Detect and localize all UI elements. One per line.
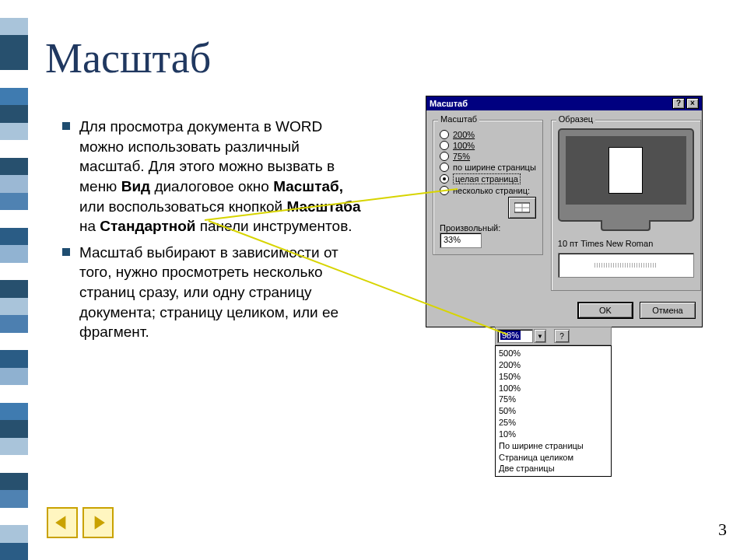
dropdown-option[interactable]: 50% — [499, 405, 608, 417]
help-icon[interactable]: ? — [554, 329, 570, 343]
dialog-title: Масштаб — [430, 99, 468, 108]
zoom-dropdown-list[interactable]: 500%200%150%100%75%50%25%10%По ширине ст… — [495, 345, 612, 477]
radio-100[interactable]: 100% — [440, 141, 536, 150]
dropdown-option[interactable]: 10% — [499, 429, 608, 440]
zoom-toolbar-dropdown: 98% ▼ ? 500%200%150%100%75%50%25%10%По ш… — [495, 327, 612, 477]
ok-button[interactable]: OK — [577, 302, 633, 319]
zoom-dialog: Масштаб ? × Масштаб 200% 100% 75% по шир… — [426, 96, 703, 327]
dropdown-option[interactable]: 100% — [499, 383, 608, 394]
radio-75[interactable]: 75% — [440, 152, 536, 161]
dropdown-option[interactable]: 25% — [499, 417, 608, 429]
dropdown-option[interactable]: 200% — [499, 359, 608, 371]
bullet-list: Для просмотра документа в WORD можно исп… — [62, 117, 366, 348]
bullet-item: Масштаб выбирают в зависимости от того, … — [62, 243, 366, 342]
dropdown-option[interactable]: 500% — [499, 348, 608, 359]
monitor-icon — [558, 128, 694, 222]
zoom-groupbox: Масштаб 200% 100% 75% по ширине страницы… — [433, 120, 543, 255]
left-decorative-stripe — [0, 0, 28, 560]
groupbox-legend: Масштаб — [438, 114, 479, 124]
dropdown-option[interactable]: Две страницы — [499, 463, 608, 474]
preview-groupbox: Образец 10 пт Times New Roman — [551, 120, 701, 291]
dialog-titlebar[interactable]: Масштаб ? × — [426, 96, 702, 110]
zoom-input[interactable]: 98% — [497, 329, 533, 343]
next-slide-button[interactable] — [82, 507, 114, 538]
svg-marker-5 — [55, 516, 65, 530]
preview-font-label: 10 пт Times New Roman — [558, 239, 694, 248]
dropdown-option[interactable]: По ширине страницы — [499, 440, 608, 452]
dropdown-option[interactable]: Страница целиком — [499, 452, 608, 464]
close-icon[interactable]: × — [686, 98, 699, 109]
svg-marker-6 — [95, 516, 105, 530]
slide-title: Масштаб — [45, 34, 211, 82]
bullet-item: Для просмотра документа в WORD можно исп… — [62, 117, 366, 236]
chevron-down-icon[interactable]: ▼ — [534, 329, 546, 343]
radio-multi-pages[interactable]: несколько страниц: — [440, 186, 536, 195]
page-number: 3 — [718, 520, 727, 540]
radio-whole-page[interactable]: целая страница — [440, 173, 536, 184]
cancel-button[interactable]: Отмена — [640, 302, 696, 319]
prev-slide-button[interactable] — [47, 507, 78, 538]
groupbox-legend: Образец — [556, 114, 595, 124]
dropdown-option[interactable]: 75% — [499, 394, 608, 405]
custom-zoom-input[interactable]: 33% — [440, 233, 482, 248]
multi-pages-button[interactable] — [508, 197, 536, 219]
custom-label: Произвольный: — [440, 223, 536, 233]
dropdown-option[interactable]: 150% — [499, 371, 608, 383]
help-icon[interactable]: ? — [672, 98, 685, 109]
radio-200[interactable]: 200% — [440, 130, 536, 139]
radio-page-width[interactable]: по ширине страницы — [440, 163, 536, 172]
preview-text-sample — [558, 253, 694, 278]
